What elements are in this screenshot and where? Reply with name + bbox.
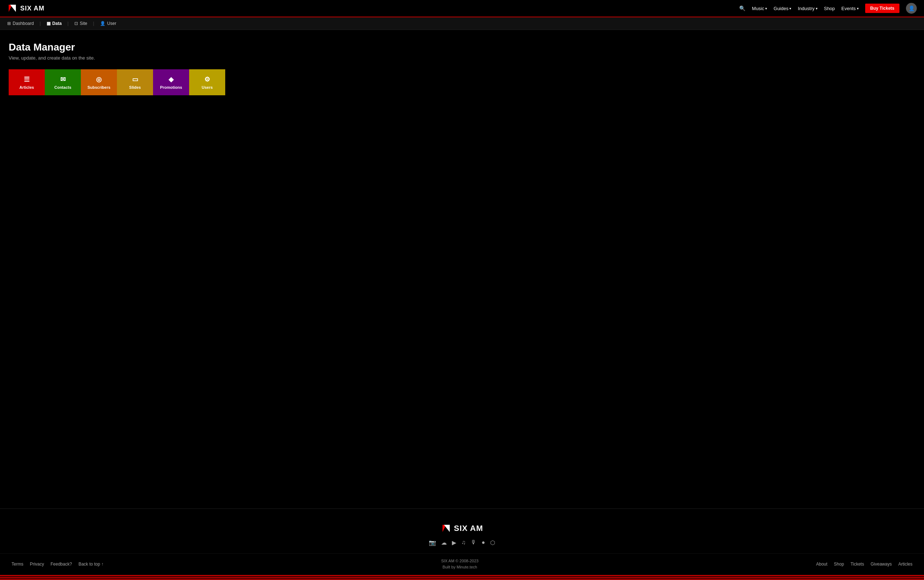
footer-right-links: About Shop Tickets Giveaways Articles (816, 562, 912, 567)
site-logo-text: SIX AM (20, 5, 44, 12)
footer-left-links: Terms Privacy Feedback? Back to top ↑ (12, 562, 104, 567)
footer-bottom: Terms Privacy Feedback? Back to top ↑ SI… (0, 553, 924, 575)
soundcloud-icon[interactable]: ☁ (441, 539, 447, 546)
nav-guides[interactable]: Guides ▾ (774, 6, 791, 11)
articles-card[interactable]: ☰ Articles (9, 69, 45, 95)
chevron-down-icon: ▾ (789, 7, 791, 10)
nav-shop[interactable]: Shop (824, 6, 835, 11)
privacy-link[interactable]: Privacy (30, 562, 44, 567)
instagram-icon[interactable]: 📷 (429, 539, 436, 546)
about-link[interactable]: About (816, 562, 827, 567)
dashboard-icon: ⊞ (7, 21, 11, 26)
buy-tickets-button[interactable]: Buy Tickets (865, 3, 899, 13)
slides-icon: ▭ (132, 76, 138, 83)
main-nav: SIX AM 🔍 Music ▾ Guides ▾ Industry ▾ Sho… (0, 0, 924, 17)
social-icons: 📷 ☁ ▶ ♫ 🎙 ● ⬡ (429, 539, 495, 546)
articles-icon: ☰ (24, 76, 30, 83)
svg-marker-3 (444, 525, 450, 532)
breadcrumb-separator: | (93, 21, 94, 26)
back-to-top-link[interactable]: Back to top ↑ (78, 562, 103, 567)
slides-card[interactable]: ▭ Slides (117, 69, 153, 95)
contacts-icon: ✉ (60, 76, 66, 83)
footer-logo-icon (441, 523, 451, 534)
articles-footer-link[interactable]: Articles (898, 562, 912, 567)
footer-main: SIX AM 📷 ☁ ▶ ♫ 🎙 ● ⬡ (0, 509, 924, 553)
footer: SIX AM 📷 ☁ ▶ ♫ 🎙 ● ⬡ Terms Privacy Feedb… (0, 509, 924, 580)
promotions-card[interactable]: ◆ Promotions (153, 69, 189, 95)
search-icon[interactable]: 🔍 (739, 5, 745, 11)
nav-music[interactable]: Music ▾ (752, 6, 767, 11)
chevron-down-icon: ▾ (765, 7, 767, 10)
contacts-card[interactable]: ✉ Contacts (45, 69, 81, 95)
users-card[interactable]: ⚙ Users (189, 69, 225, 95)
nav-events[interactable]: Events ▾ (842, 6, 859, 11)
footer-logo: SIX AM (441, 523, 483, 534)
nav-links: 🔍 Music ▾ Guides ▾ Industry ▾ Shop Event… (739, 3, 917, 14)
data-manager-cards: ☰ Articles ✉ Contacts ◎ Subscribers ▭ Sl… (9, 69, 915, 95)
terms-link[interactable]: Terms (12, 562, 23, 567)
feedback-link[interactable]: Feedback? (51, 562, 72, 567)
shop-footer-link[interactable]: Shop (834, 562, 844, 567)
subscribers-card[interactable]: ◎ Subscribers (81, 69, 117, 95)
svg-marker-1 (10, 5, 16, 12)
chevron-down-icon: ▾ (816, 7, 817, 10)
promotions-icon: ◆ (168, 76, 174, 83)
user-icon: 👤 (100, 21, 105, 26)
breadcrumb-user[interactable]: 👤 User (100, 21, 116, 26)
main-content: Data Manager View, update, and create da… (0, 30, 924, 509)
page-title: Data Manager (9, 41, 915, 53)
podcast-icon[interactable]: 🎙 (471, 539, 476, 546)
site-icon: ⊡ (74, 21, 78, 26)
breadcrumb-dashboard[interactable]: ⊞ Dashboard (7, 21, 34, 26)
user-avatar[interactable]: 👤 (906, 3, 917, 14)
breadcrumb-separator: | (68, 21, 69, 26)
spotify-icon[interactable]: ● (481, 539, 485, 546)
breadcrumb-site[interactable]: ⊡ Site (74, 21, 87, 26)
footer-center: SIX AM © 2008-2023 Built by Minute.tech (441, 558, 479, 571)
subscribers-icon: ◎ (96, 76, 102, 83)
footer-logo-text: SIX AM (454, 524, 483, 533)
site-logo-icon (7, 3, 17, 13)
breadcrumb-data[interactable]: ▦ Data (46, 21, 62, 26)
nav-industry[interactable]: Industry ▾ (798, 6, 817, 11)
youtube-icon[interactable]: ▶ (452, 539, 456, 546)
breadcrumb: ⊞ Dashboard | ▦ Data | ⊡ Site | 👤 User (0, 17, 924, 30)
chevron-down-icon: ▾ (857, 7, 859, 10)
breadcrumb-separator: | (40, 21, 41, 26)
mixcloud-icon[interactable]: ♫ (461, 539, 466, 546)
giveaways-link[interactable]: Giveaways (871, 562, 892, 567)
tickets-link[interactable]: Tickets (850, 562, 864, 567)
nav-logo-area: SIX AM (7, 3, 44, 13)
data-icon: ▦ (46, 21, 51, 26)
github-icon[interactable]: ⬡ (490, 539, 495, 546)
red-stripes-decoration (0, 575, 924, 580)
users-icon: ⚙ (204, 76, 210, 83)
page-subtitle: View, update, and create data on the sit… (9, 55, 915, 61)
